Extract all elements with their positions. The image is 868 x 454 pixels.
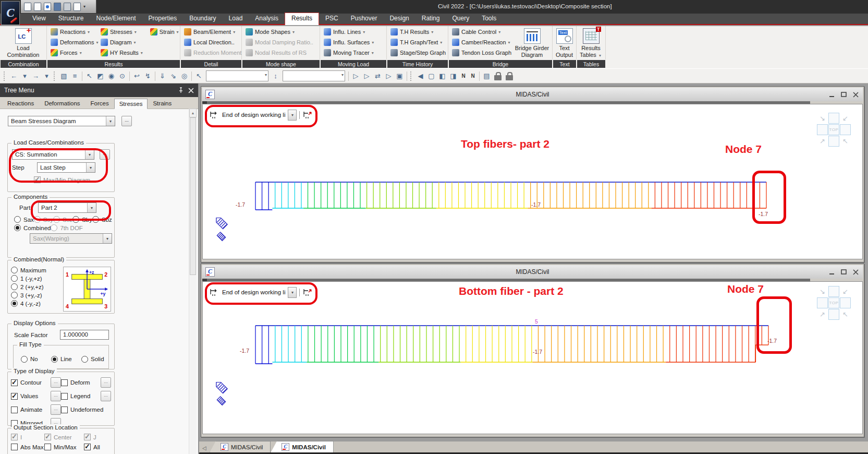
menu-tab[interactable]: Design bbox=[383, 13, 415, 24]
menu-tab[interactable]: Load bbox=[223, 13, 249, 24]
minimize-icon[interactable] bbox=[828, 269, 836, 276]
output-section-check[interactable]: J bbox=[84, 434, 111, 440]
close-icon[interactable] bbox=[852, 269, 860, 276]
qat-customize-icon[interactable] bbox=[83, 4, 85, 9]
menu-tab[interactable]: Boundary bbox=[183, 13, 222, 24]
deformations-button[interactable]: Deformations▾ bbox=[48, 37, 98, 47]
menu-tab[interactable]: Node/Element bbox=[90, 13, 142, 24]
load-combination-button[interactable]: Load Combination bbox=[3, 27, 44, 59]
toolbar-icon[interactable]: N bbox=[468, 73, 478, 79]
sidebar-scrollbar[interactable] bbox=[189, 109, 197, 454]
output-section-check[interactable]: Min/Max bbox=[44, 444, 84, 450]
toolbar-icon[interactable]: ⇓ bbox=[157, 71, 168, 81]
th-graph-text-button[interactable]: T.H Graph/Text▾ bbox=[388, 37, 448, 47]
toolbar-icon[interactable] bbox=[283, 70, 345, 81]
load-case-select[interactable]: CS: Summation bbox=[12, 149, 94, 160]
toolbar-icon[interactable] bbox=[348, 71, 349, 81]
menu-tab[interactable]: View bbox=[26, 13, 52, 24]
scroll-up-icon[interactable] bbox=[189, 109, 197, 117]
load-case-more-button[interactable]: ... bbox=[100, 149, 110, 160]
component-radio[interactable]: Sby bbox=[72, 216, 92, 223]
step-select[interactable]: Last Step bbox=[37, 162, 95, 173]
fill-type-radio[interactable]: No bbox=[21, 350, 51, 368]
toolbar-icon[interactable]: ◎ bbox=[179, 71, 190, 81]
display-more-button[interactable]: ... bbox=[101, 377, 111, 388]
menu-tab[interactable]: Analysis bbox=[249, 13, 285, 24]
toolbar-icon[interactable]: ▾ bbox=[41, 71, 52, 81]
maximize-icon[interactable] bbox=[840, 269, 848, 276]
component-radio[interactable]: Ssz bbox=[53, 216, 72, 223]
combined-radio[interactable]: 1 (-y,+z) bbox=[11, 275, 61, 282]
result-category-tab[interactable]: Strains bbox=[148, 98, 177, 109]
view-left-edge[interactable] bbox=[817, 124, 828, 135]
stage-step-end-icon[interactable] bbox=[302, 111, 313, 120]
display-more-button[interactable]: ... bbox=[101, 391, 111, 401]
menu-tab[interactable]: Query bbox=[446, 13, 475, 24]
th-results-button[interactable]: T.H Results▾ bbox=[388, 27, 448, 37]
diagram-type-more-button[interactable]: ... bbox=[121, 116, 132, 126]
display-check-row[interactable]: Values ... bbox=[11, 391, 61, 401]
display-check-row[interactable]: Undeformed ... bbox=[61, 404, 111, 415]
rotate-se-icon[interactable]: ↘ bbox=[817, 113, 828, 124]
toolbar-icon[interactable]: ↯ bbox=[142, 71, 153, 81]
component-radio[interactable]: 7th DOF bbox=[51, 224, 82, 231]
toolbar-icon[interactable]: ← bbox=[8, 71, 19, 81]
toolbar-icon[interactable]: ↕ bbox=[270, 71, 281, 81]
display-more-button[interactable]: ... bbox=[51, 391, 61, 401]
open-file-icon[interactable] bbox=[34, 3, 41, 11]
output-section-check[interactable]: Center bbox=[44, 434, 84, 440]
rotate-sw-icon[interactable]: ↙ bbox=[840, 286, 851, 297]
toolbar-icon[interactable] bbox=[410, 71, 413, 81]
combined-radio[interactable]: Maximum bbox=[11, 267, 61, 273]
reactions-button[interactable]: Reactions▾ bbox=[48, 27, 98, 37]
save-icon[interactable] bbox=[54, 3, 61, 11]
forces-button[interactable]: Forces▾ bbox=[48, 47, 98, 58]
cable-control-button[interactable]: Cable Control▾ bbox=[449, 27, 513, 37]
toolbar-icon[interactable]: ◀ bbox=[415, 71, 426, 81]
toolbar-icon[interactable]: ▤ bbox=[481, 71, 492, 81]
component-radio[interactable]: Combined bbox=[14, 224, 51, 231]
toolbar-icon[interactable]: ↖ bbox=[84, 71, 95, 81]
influence-lines-button[interactable]: Influ. Lines▾ bbox=[321, 27, 378, 37]
display-check-row[interactable]: Deform ... bbox=[61, 377, 111, 388]
toolbar-icon[interactable]: ◩ bbox=[95, 71, 106, 81]
rotate-ne-icon[interactable]: ↗ bbox=[817, 136, 828, 147]
toolbar-icon[interactable]: N bbox=[459, 73, 468, 79]
toolbar-icon[interactable]: ⇄ bbox=[372, 71, 383, 81]
toolbar-icon[interactable]: ≡ bbox=[69, 71, 80, 81]
menu-tab[interactable]: PSC bbox=[319, 13, 345, 24]
stage-step-icon[interactable] bbox=[209, 288, 219, 297]
toolbar-icon[interactable]: ▾ bbox=[19, 71, 30, 81]
display-check-row[interactable]: Legend ... bbox=[61, 391, 111, 401]
component-radio[interactable]: Sax bbox=[14, 216, 34, 223]
toolbar-icon[interactable] bbox=[129, 71, 130, 81]
strain-button[interactable]: Strain▾ bbox=[148, 27, 184, 37]
stage-dropdown-icon[interactable] bbox=[288, 110, 297, 121]
toolbar-icon[interactable] bbox=[479, 71, 480, 81]
toolbar-icon[interactable]: ◉ bbox=[106, 71, 117, 81]
beam-element-button[interactable]: Beam/Element▾ bbox=[181, 27, 244, 37]
result-category-tab[interactable]: Reactions bbox=[2, 98, 39, 109]
view-right-edge[interactable] bbox=[840, 297, 851, 308]
rotate-sw-icon[interactable]: ↙ bbox=[840, 113, 851, 124]
menu-tab[interactable]: Structure bbox=[52, 13, 90, 24]
toolbar-icon[interactable] bbox=[191, 71, 192, 81]
pin-icon[interactable] bbox=[178, 87, 184, 93]
camber-reaction-button[interactable]: Camber/Reaction▾ bbox=[449, 37, 513, 47]
toolbar-icon[interactable]: ⇘ bbox=[168, 71, 179, 81]
stage-select-value[interactable]: End of design working li bbox=[222, 289, 285, 295]
combined-radio[interactable]: 4 (-y,-z) bbox=[11, 300, 61, 307]
toolbar-icon[interactable] bbox=[506, 75, 513, 80]
toolbar-icon[interactable] bbox=[494, 75, 502, 80]
toolbar-icon[interactable] bbox=[206, 70, 268, 81]
view-left-edge[interactable] bbox=[817, 297, 828, 308]
project-info-icon[interactable] bbox=[44, 3, 51, 11]
toolbar-icon[interactable]: ↩ bbox=[131, 71, 142, 81]
menu-tab[interactable]: Rating bbox=[415, 13, 446, 24]
view-bottom-edge[interactable] bbox=[828, 309, 839, 320]
results-tables-button[interactable]: Results Tables ▾ bbox=[578, 27, 604, 59]
display-check-row[interactable]: Contour ... bbox=[11, 377, 61, 388]
scrollbar-thumb[interactable] bbox=[190, 117, 196, 275]
model-view[interactable]: -1.75-1.7-1.7 End of design working li B… bbox=[202, 281, 863, 434]
fill-type-radio[interactable]: Line bbox=[51, 350, 81, 368]
